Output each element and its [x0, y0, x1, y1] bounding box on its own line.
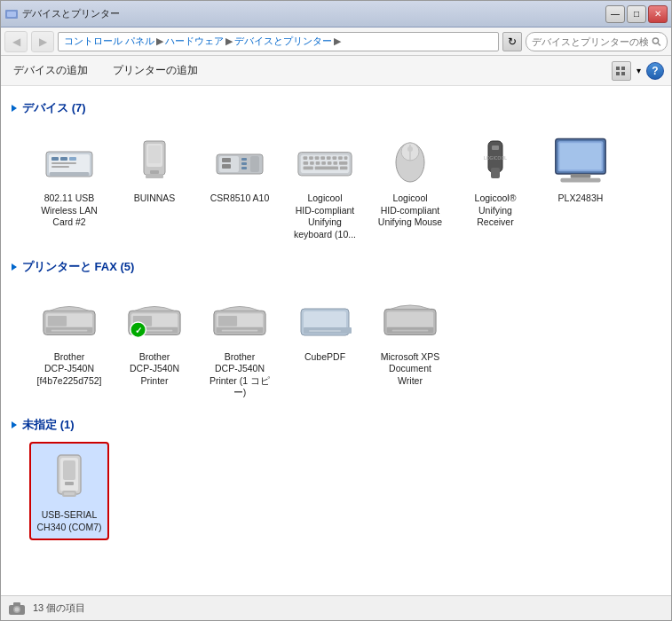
svg-text:✓: ✓	[135, 325, 142, 334]
device-icon-usb-wireless	[41, 132, 98, 189]
printer-icon-brother2: ✓	[126, 291, 183, 348]
printers-triangle-icon	[12, 263, 17, 271]
main-content: デバイス (7)	[1, 86, 671, 595]
devices-section-header[interactable]: デバイス (7)	[12, 100, 660, 116]
svg-rect-15	[50, 172, 89, 176]
printer-icon-brother3	[211, 291, 268, 348]
svg-rect-26	[241, 162, 247, 165]
printer-label-xps: Microsoft XPS Document Writer	[381, 351, 440, 388]
device-label-logicool-keyboard: Logicool HID-compliant Unifying keyboard…	[294, 193, 356, 241]
title-bar: デバイスとプリンター — □ ✕	[1, 1, 671, 28]
svg-rect-34	[320, 156, 325, 160]
device-label-logicool-mouse: Logicool HID-compliant Unifying Mouse	[378, 193, 442, 229]
svg-rect-55	[492, 145, 499, 150]
device-icon-logicool-receiver: LOGICOOL	[467, 132, 524, 189]
svg-rect-48	[340, 167, 347, 170]
svg-rect-47	[315, 167, 338, 170]
toolbar-left: デバイスの追加 プリンターの追加	[8, 59, 203, 82]
svg-rect-59	[559, 143, 601, 169]
maximize-button[interactable]: □	[627, 5, 646, 23]
devices-triangle-icon	[12, 105, 17, 112]
toolbar: デバイスの追加 プリンターの追加 ▾ ?	[1, 56, 671, 86]
svg-rect-42	[321, 161, 326, 165]
search-input[interactable]	[532, 36, 648, 47]
title-bar-left: デバイスとプリンター	[4, 7, 120, 21]
main-window: デバイスとプリンター — □ ✕ ◀ ▶ コントロール パネル ▶ ハードウェア…	[0, 0, 672, 621]
svg-rect-78	[222, 329, 258, 331]
device-item-logicool-mouse[interactable]: Logicool HID-compliant Unifying Mouse	[370, 125, 450, 248]
device-item-usb-wireless[interactable]: 802.11 USB Wireless LAN Card #2	[29, 125, 109, 248]
svg-rect-54	[491, 168, 500, 178]
address-part-1: コントロール パネル	[64, 35, 154, 48]
printer-item-brother3[interactable]: Brother DCP-J540N Printer (1 コピ ー)	[200, 284, 280, 407]
add-device-button[interactable]: デバイスの追加	[8, 59, 93, 82]
svg-rect-60	[571, 174, 591, 178]
svg-rect-41	[316, 161, 320, 165]
close-button[interactable]: ✕	[648, 5, 668, 23]
view-icon	[615, 65, 628, 77]
svg-rect-89	[63, 460, 75, 480]
add-printer-button[interactable]: プリンターの追加	[107, 59, 203, 82]
svg-rect-33	[315, 156, 320, 160]
device-label-usb-wireless: 802.11 USB Wireless LAN Card #2	[41, 193, 98, 229]
printer-icon-brother1	[41, 291, 98, 348]
search-box[interactable]	[526, 32, 668, 51]
search-icon	[652, 36, 661, 47]
printer-item-brother2[interactable]: ✓ Brother DCP-J540N Printer	[115, 284, 194, 407]
device-label-logicool-receiver: Logicool® Unifying Receiver	[475, 193, 517, 229]
device-item-buinnas[interactable]: BUINNAS	[115, 125, 194, 248]
svg-rect-39	[304, 161, 309, 165]
svg-rect-35	[327, 156, 331, 160]
svg-rect-25	[241, 158, 247, 161]
svg-rect-32	[309, 156, 313, 160]
device-item-usb-serial[interactable]: USB-SERIAL CH340 (COM7)	[29, 442, 109, 540]
toolbar-right: ▾ ?	[612, 61, 664, 81]
help-button[interactable]: ?	[646, 62, 664, 80]
svg-rect-86	[392, 329, 429, 331]
address-part-3: デバイスとプリンター	[234, 35, 332, 48]
device-label-buinnas: BUINNAS	[134, 193, 176, 205]
svg-rect-44	[333, 161, 337, 165]
svg-rect-80	[304, 311, 346, 329]
svg-rect-96	[13, 602, 20, 606]
device-item-logicool-keyboard[interactable]: Logicool HID-compliant Unifying keyboard…	[285, 125, 365, 248]
svg-rect-43	[328, 161, 332, 165]
back-button[interactable]: ◀	[4, 31, 28, 52]
device-label-csr8510: CSR8510 A10	[210, 193, 270, 205]
window-title: デバイスとプリンター	[22, 7, 120, 20]
printer-icon-xps	[382, 291, 439, 348]
view-button[interactable]	[612, 61, 631, 81]
forward-button[interactable]: ▶	[31, 31, 54, 52]
window-icon	[4, 7, 19, 21]
refresh-button[interactable]: ↻	[502, 32, 522, 51]
svg-text:LOGICOOL: LOGICOOL	[484, 155, 507, 161]
unspecified-grid: USB-SERIAL CH340 (COM7)	[29, 442, 660, 540]
device-item-csr8510[interactable]: CSR8510 A10	[200, 125, 280, 248]
device-item-logicool-receiver[interactable]: LOGICOOL Logicool® Unifying Receiver	[455, 125, 535, 248]
address-path[interactable]: コントロール パネル ▶ ハードウェア ▶ デバイスとプリンター ▶	[58, 32, 499, 51]
svg-rect-5	[621, 67, 625, 70]
minimize-button[interactable]: —	[605, 5, 625, 23]
svg-rect-27	[241, 167, 247, 169]
svg-rect-84	[387, 311, 433, 328]
view-dropdown-arrow[interactable]: ▾	[636, 66, 641, 75]
svg-rect-24	[222, 164, 231, 169]
printer-item-brother1[interactable]: Brother DCP-J540N [f4b7e225d752]	[29, 284, 109, 407]
device-icon-usb-serial	[41, 449, 98, 506]
printers-section-header[interactable]: プリンターと FAX (5)	[12, 259, 660, 275]
printer-item-cubepdf[interactable]: CubePDF	[285, 284, 365, 407]
svg-rect-18	[148, 145, 161, 163]
printer-label-cubepdf: CubePDF	[304, 351, 345, 364]
device-label-usb-serial: USB-SERIAL CH340 (COM7)	[37, 509, 102, 533]
printer-label-brother3: Brother DCP-J540N Printer (1 コピ ー)	[210, 351, 270, 400]
unspecified-section-header[interactable]: 未指定 (1)	[12, 417, 660, 433]
svg-rect-1	[7, 12, 16, 17]
printer-label-brother2: Brother DCP-J540N Printer	[130, 351, 179, 388]
device-icon-logicool-mouse	[382, 132, 439, 189]
printer-icon-cubepdf	[296, 291, 353, 348]
printer-item-xps[interactable]: Microsoft XPS Document Writer	[370, 284, 450, 407]
device-item-plx2483h[interactable]: PLX2483H	[541, 125, 621, 248]
svg-point-2	[653, 37, 659, 43]
svg-rect-20	[146, 174, 163, 178]
device-icon-buinnas	[126, 132, 183, 189]
